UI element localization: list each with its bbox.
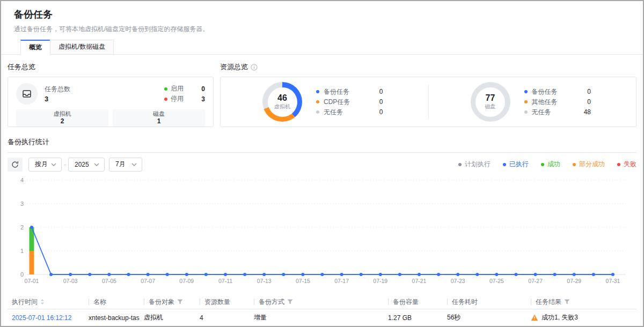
col-header-7[interactable]: 任务结果 — [526, 298, 636, 307]
task-state-row: 启用0 — [164, 84, 205, 94]
chip-value: 2 — [16, 117, 108, 125]
backup-method-cell: 增量 — [250, 313, 384, 322]
svg-text:07-11: 07-11 — [218, 278, 232, 284]
svg-text:07-29: 07-29 — [567, 278, 581, 284]
year-select[interactable]: 2025 — [68, 158, 105, 172]
chart-legend-label: 已执行 — [509, 160, 529, 169]
divider — [8, 152, 636, 153]
task-chips: 虚拟机2磁盘1 — [16, 109, 205, 127]
task-count-chip[interactable]: 磁盘1 — [113, 109, 205, 127]
run-time-link[interactable]: 2025-07-01 16:12:12 — [8, 314, 84, 322]
resource-legend-value: 0 — [379, 108, 383, 116]
sort-icon[interactable] — [40, 299, 45, 305]
task-overview-section: 任务总览 任务总数 3 启用0停用3 虚拟机2磁盘1 — [8, 62, 214, 127]
filter-icon[interactable] — [564, 299, 570, 304]
legend-dot — [316, 100, 319, 103]
svg-text:4: 4 — [20, 177, 24, 183]
svg-text:2: 2 — [20, 224, 24, 231]
chart-legend-item[interactable]: 失败 — [617, 160, 636, 169]
task-overview-title: 任务总览 — [8, 62, 214, 72]
col-header-label: 任务结果 — [536, 298, 561, 307]
resource-legend-value: 0 — [379, 98, 383, 106]
chart-legend-item[interactable]: 计划执行 — [458, 160, 491, 169]
svg-text:07-25: 07-25 — [489, 278, 504, 284]
svg-text:1: 1 — [20, 248, 24, 254]
col-header-4[interactable]: 备份方式 — [250, 298, 384, 307]
legend-dot — [541, 163, 544, 166]
table-body: 2025-07-01 16:12:12xntest-backup-task虚拟机… — [8, 309, 636, 327]
col-header-label: 备份对象 — [149, 298, 174, 307]
task-total-label: 任务总数 — [45, 85, 70, 94]
resource-legend-value: 0 — [587, 88, 591, 95]
tasks-inbox-icon — [16, 83, 38, 105]
table-row: 2025-07-01 16:12:12xntest-backup-task虚拟机… — [8, 309, 636, 326]
svg-text:3: 3 — [20, 200, 24, 207]
task-state-label: 启用 — [171, 84, 184, 93]
column-separator — [89, 299, 89, 305]
page-header: 备份任务 通过备份任务，可将本地虚拟机/磁盘定时备份到指定的存储服务器。 — [1, 1, 643, 34]
period-mode-select[interactable]: 按月 — [28, 158, 62, 172]
resource-legend-row: 备份任务0 — [316, 88, 383, 96]
resource-legend-value: 0 — [587, 98, 591, 106]
page-title: 备份任务 — [14, 8, 630, 21]
month-select[interactable]: 7月 — [109, 158, 142, 172]
chip-label: 磁盘 — [113, 110, 205, 117]
resource-legend-row: 备份任务0 — [524, 88, 591, 96]
filter-icon[interactable] — [177, 299, 183, 304]
resource-legend-label: 无任务 — [324, 108, 343, 117]
resource-legend-row: CDP任务0 — [316, 98, 383, 106]
stats-title: 备份执行统计 — [8, 137, 636, 147]
donut-chart: 77磁盘 — [471, 82, 510, 122]
svg-text:07-19: 07-19 — [373, 278, 387, 284]
donut-chart: 46虚拟机 — [262, 82, 302, 122]
stats-controls: 按月 - 2025 7月 计划执行已执行成功部分成功失败 — [8, 157, 636, 172]
chevron-down-icon — [94, 163, 99, 166]
svg-text:07-07: 07-07 — [141, 278, 155, 284]
tab-vm-data-disk[interactable]: 虚拟机/数据磁盘 — [50, 40, 114, 55]
task-count-chip[interactable]: 虚拟机2 — [16, 109, 108, 127]
filter-icon[interactable] — [287, 299, 293, 304]
table-header: 执行时间名称备份对象资源数量备份方式备份容量任务耗时任务结果 — [8, 295, 636, 309]
resource-legend-label: 备份任务 — [324, 87, 349, 96]
col-header-6: 任务耗时 — [443, 298, 526, 307]
tab-overview[interactable]: 概览 — [20, 40, 50, 55]
chart-legend-item[interactable]: 成功 — [541, 160, 560, 169]
col-header-0[interactable]: 执行时间 — [8, 298, 84, 307]
task-state-label: 停用 — [171, 94, 184, 103]
col-header-3: 资源数量 — [195, 298, 250, 307]
svg-text:0: 0 — [20, 271, 24, 278]
backup-runs-table: 执行时间名称备份对象资源数量备份方式备份容量任务耗时任务结果 2025-07-0… — [8, 295, 636, 327]
task-state-row: 停用3 — [164, 94, 205, 104]
column-separator — [388, 299, 389, 305]
legend-dot — [524, 90, 528, 93]
chart-legend-label: 成功 — [547, 160, 560, 169]
chart-legend-item[interactable]: 已执行 — [503, 160, 529, 169]
legend-dot — [503, 163, 506, 166]
page-subtitle: 通过备份任务，可将本地虚拟机/磁盘定时备份到指定的存储服务器。 — [14, 25, 630, 34]
task-overview-panel: 任务总数 3 启用0停用3 虚拟机2磁盘1 — [8, 77, 214, 127]
col-header-2[interactable]: 备份对象 — [140, 298, 195, 307]
chart-legend-label: 失败 — [624, 160, 636, 169]
resource-legend-label: 无任务 — [532, 108, 551, 117]
task-result-text: 成功1, 失败3 — [541, 313, 578, 322]
resource-legend-row: 无任务48 — [524, 108, 591, 116]
col-header-label: 执行时间 — [12, 298, 38, 307]
col-header-label: 任务耗时 — [452, 298, 478, 307]
svg-text:07-21: 07-21 — [412, 278, 427, 284]
backup-size-cell: 1.27 GB — [384, 314, 443, 322]
period-mode-value: 按月 — [35, 160, 51, 169]
chart-legend-item[interactable]: 部分成功 — [573, 160, 605, 169]
refresh-button[interactable] — [8, 158, 23, 172]
warning-icon — [531, 314, 538, 321]
range-dash: - — [64, 161, 66, 168]
status-dot — [164, 87, 167, 91]
info-icon[interactable] — [251, 64, 258, 71]
resource-legend: 备份任务0其他任务0无任务48 — [524, 86, 636, 118]
donut-center: 46虚拟机 — [268, 87, 297, 117]
chevron-down-icon — [131, 163, 137, 166]
resource-group: 77磁盘备份任务0其他任务0无任务48 — [429, 82, 636, 122]
column-separator — [447, 299, 448, 305]
duration-cell: 56秒 — [443, 313, 526, 322]
resource-legend-value: 48 — [584, 108, 591, 116]
legend-dot — [316, 110, 319, 114]
